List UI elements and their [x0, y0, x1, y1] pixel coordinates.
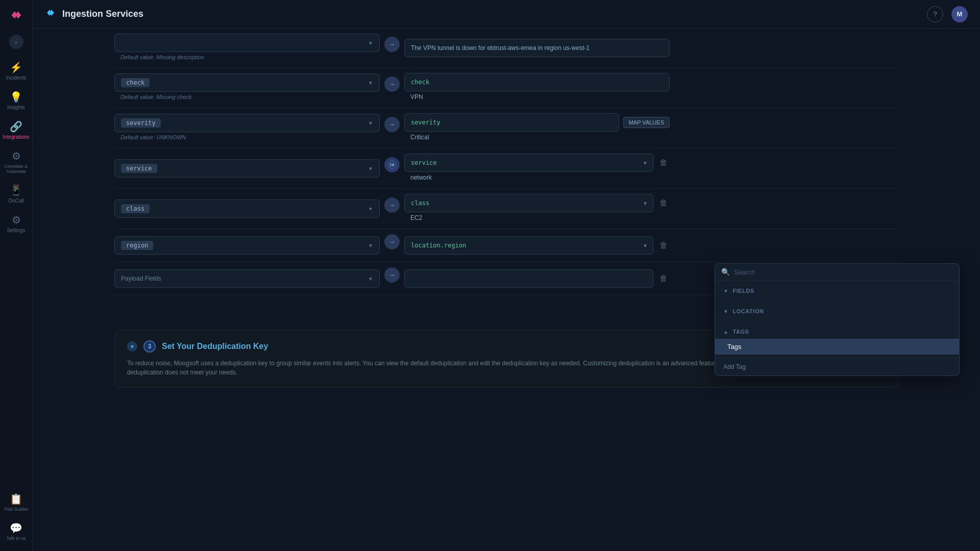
region-right-select[interactable]: location.region ▼ — [404, 236, 653, 255]
dropdown-section-location: ▼ LOCATION — [715, 301, 959, 321]
class-delete-button[interactable]: 🗑 — [657, 196, 670, 210]
mapping-row-severity: severity ▼ Default value: UNKNOWN → seve… — [114, 108, 898, 148]
mapping-row-service: service ▼ — [114, 148, 898, 189]
payload-delete-button[interactable]: 🗑 — [657, 272, 670, 285]
sidebar-collapse-button[interactable]: › — [9, 35, 23, 49]
correlate-icon: ⚙ — [12, 150, 21, 162]
severity-left-select[interactable]: severity ▼ — [114, 114, 380, 132]
sidebar-item-trial-guides[interactable]: 📋 Trial Guides — [2, 489, 30, 516]
tags-item-tags[interactable]: Tags — [715, 339, 959, 355]
description-chevron-icon: ▼ — [368, 40, 373, 46]
field-dropdown: 🔍 ▼ FIELDS ▼ LOCATION ▲ TAGS — [715, 263, 960, 376]
settings-icon: ⚙ — [12, 214, 21, 226]
talk-to-us-icon: 💬 — [10, 522, 22, 534]
sidebar-item-oncall[interactable]: 📱 OnCall — [0, 180, 32, 208]
help-button[interactable]: ? — [927, 6, 943, 22]
sidebar-item-correlate[interactable]: ⚙ Correlate &Automate — [0, 146, 32, 178]
check-arrow-circle: → — [384, 77, 400, 92]
sidebar-nav: ⚡ Incidents 💡 Insights 🔗 Integrations ⚙ … — [0, 57, 32, 237]
sidebar-bottom: 📋 Trial Guides 💬 Talk to us — [2, 489, 30, 545]
check-default: Default value: Missing check — [114, 92, 380, 102]
integrations-icon: 🔗 — [10, 120, 22, 133]
mapping-row-region: region ▼ → location.region ▼ 🗑 — [114, 229, 898, 262]
region-chevron-icon: ▼ — [368, 243, 373, 248]
avatar[interactable]: M — [951, 6, 968, 22]
sidebar-item-settings[interactable]: ⚙ Settings — [0, 210, 32, 237]
content-area: ▼ Default value: Missing description → T… — [33, 29, 980, 551]
sidebar-item-talk-to-us[interactable]: 💬 Talk to us — [2, 518, 30, 545]
right-field-description: The VPN tunnel is down for ebtrust-aws-e… — [404, 39, 670, 57]
mapping-row-check: check ▼ Default value: Missing check → c… — [114, 68, 898, 108]
description-arrow: → — [380, 37, 404, 59]
class-tag: class — [121, 204, 150, 213]
tags-section-header[interactable]: ▲ TAGS — [715, 324, 959, 339]
service-arrow — [380, 157, 404, 180]
check-left-select[interactable]: check ▼ — [114, 73, 380, 92]
right-field-check: check VPN — [404, 73, 670, 103]
tags-chevron-icon: ▲ — [723, 329, 728, 335]
fields-chevron-icon: ▼ — [723, 288, 728, 294]
trial-guides-icon: 📋 — [10, 493, 22, 505]
class-left-select[interactable]: class ▼ — [114, 199, 380, 218]
description-right-select[interactable]: The VPN tunnel is down for ebtrust-aws-e… — [404, 39, 670, 57]
right-field-class: class ▼ 🗑 EC2 — [404, 194, 670, 223]
region-arrow-circle: → — [384, 234, 400, 249]
service-right-chevron-icon: ▼ — [644, 160, 647, 166]
left-field-severity: severity ▼ Default value: UNKNOWN — [114, 114, 380, 142]
location-chevron-icon: ▼ — [723, 309, 728, 314]
check-arrow: → — [380, 77, 404, 99]
severity-default: Default value: UNKNOWN — [114, 132, 380, 142]
payload-left-select[interactable]: Payload Fields ▼ — [114, 269, 380, 288]
check-chevron-icon: ▼ — [368, 80, 373, 86]
location-section-header[interactable]: ▼ LOCATION — [715, 304, 959, 318]
oncall-icon: 📱 — [10, 184, 22, 196]
severity-right-select[interactable]: severity — [404, 113, 619, 132]
sidebar-item-insights[interactable]: 💡 Insights — [0, 87, 32, 114]
dropdown-section-fields: ▼ FIELDS — [715, 281, 959, 301]
map-values-button[interactable]: MAP VALUES — [623, 117, 670, 128]
class-arrow-circle: → — [384, 197, 400, 213]
check-right-value: VPN — [404, 91, 670, 103]
class-right-value: EC2 — [404, 212, 670, 223]
dropdown-search-bar: 🔍 — [715, 264, 959, 281]
severity-arrow-circle: → — [384, 117, 400, 132]
search-input[interactable] — [734, 268, 953, 276]
payload-right-select[interactable] — [404, 269, 653, 288]
add-tag-row[interactable]: Add Tag — [715, 358, 959, 375]
right-field-service: service ▼ 🗑 network — [404, 154, 670, 183]
payload-chevron-icon: ▼ — [368, 276, 373, 282]
service-left-select[interactable]: service ▼ — [114, 159, 380, 178]
region-delete-button[interactable]: 🗑 — [657, 239, 670, 252]
sidebar-item-integrations[interactable]: 🔗 Integrations — [0, 116, 32, 144]
app-logo — [7, 6, 26, 24]
service-right-select[interactable]: service ▼ — [404, 154, 653, 172]
right-field-severity: severity MAP VALUES Critical — [404, 113, 670, 143]
severity-right-value: Critical — [404, 132, 670, 143]
service-delete-button[interactable]: 🗑 — [657, 156, 670, 169]
mapping-row-description: ▼ Default value: Missing description → T… — [114, 29, 898, 68]
header-icon — [45, 7, 56, 21]
left-field-payload: Payload Fields ▼ — [114, 269, 380, 288]
region-left-select[interactable]: region ▼ — [114, 236, 380, 255]
service-right-value: network — [404, 172, 670, 183]
left-field-class: class ▼ — [114, 199, 380, 218]
fields-section-header[interactable]: ▼ FIELDS — [715, 284, 959, 298]
check-right-select[interactable]: check — [404, 73, 670, 91]
class-arrow: → — [380, 197, 404, 220]
search-icon: 🔍 — [721, 268, 730, 276]
class-chevron-icon: ▼ — [368, 206, 373, 212]
class-right-chevron-icon: ▼ — [644, 201, 647, 206]
dedup-toggle-button[interactable]: ▼ — [127, 341, 137, 352]
class-right-select[interactable]: class ▼ — [404, 194, 653, 212]
severity-chevron-icon: ▼ — [368, 120, 373, 126]
region-arrow: → — [380, 234, 404, 257]
header-actions: ? M — [927, 6, 968, 22]
right-field-payload: 🗑 — [404, 269, 670, 288]
payload-arrow-circle: → — [384, 267, 400, 283]
description-left-select[interactable]: ▼ — [114, 34, 380, 52]
service-arrow-circle — [384, 157, 400, 172]
sidebar: › ⚡ Incidents 💡 Insights 🔗 Integrations … — [0, 0, 33, 551]
sidebar-item-incidents[interactable]: ⚡ Incidents — [0, 57, 32, 85]
dropdown-section-tags: ▲ TAGS Tags — [715, 321, 959, 358]
left-field-check: check ▼ Default value: Missing check — [114, 73, 380, 102]
